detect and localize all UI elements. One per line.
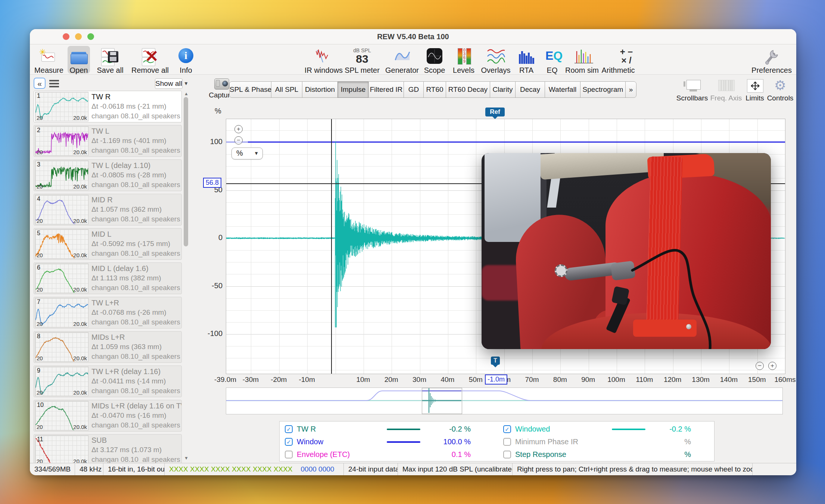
scroll-down-icon[interactable]: ▼ bbox=[184, 455, 189, 461]
tab-filtered-ir[interactable]: Filtered IR bbox=[368, 81, 404, 98]
y-unit-select[interactable]: % ▼ bbox=[231, 147, 263, 159]
tab-waterfall[interactable]: Waterfall bbox=[545, 81, 580, 98]
measurement-actions-menu-icon[interactable] bbox=[49, 79, 60, 88]
overlays-button[interactable]: Overlays bbox=[479, 46, 512, 74]
y-axis-unit: % bbox=[215, 107, 221, 115]
x-tick-label: -30m bbox=[243, 376, 259, 384]
arithmetic-button[interactable]: + −× / Arithmetic bbox=[600, 46, 636, 74]
measurement-item-1[interactable]: 12020.0kTW RΔt -0.0618 ms (-21 mm)changa… bbox=[34, 91, 182, 122]
t-marker[interactable]: T bbox=[491, 357, 500, 365]
tab-clarity[interactable]: Clarity bbox=[490, 81, 516, 98]
scope-button[interactable]: Scope bbox=[420, 46, 449, 74]
measurement-name: TW R bbox=[91, 93, 110, 101]
spl-meter-button[interactable]: dB SPL 83 SPL meter bbox=[343, 46, 381, 74]
zoom-out-x-button[interactable]: − bbox=[756, 362, 764, 370]
scope-icon bbox=[425, 47, 444, 65]
measurement-item-6[interactable]: 62020.0kMID L (delay 1.6)Δt 1.113 ms (38… bbox=[34, 262, 182, 294]
generator-button[interactable]: Generator bbox=[385, 46, 419, 74]
measurement-item-5[interactable]: 52020.0kMID LΔt -0.5092 ms (-175 mm)chan… bbox=[34, 228, 182, 260]
tab-spl-phase[interactable]: SPL & Phase bbox=[229, 81, 271, 98]
x-tick-label: -39.0m bbox=[214, 376, 236, 384]
x-tick-label: -10m bbox=[299, 376, 315, 384]
tab-decay[interactable]: Decay bbox=[515, 81, 545, 98]
ref-marker[interactable]: Ref bbox=[485, 108, 505, 116]
remove-all-button[interactable]: ✕ Remove all bbox=[128, 46, 172, 74]
measurement-thumbnail: 102020.0k bbox=[35, 401, 88, 430]
tab-impulse[interactable]: Impulse bbox=[337, 81, 369, 98]
measurement-item-8[interactable]: 82020.0kMIDs L+RΔt 1.059 ms (363 mm)chan… bbox=[34, 331, 182, 363]
scroll-up-icon[interactable]: ▲ bbox=[184, 91, 189, 96]
thumb-freq-min: 20 bbox=[37, 321, 43, 327]
open-folder-icon bbox=[69, 47, 88, 65]
legend-checkbox-windowed[interactable]: ✓ bbox=[503, 425, 511, 433]
controls-button[interactable]: ⚙Controls bbox=[763, 79, 796, 102]
open-button[interactable]: Open bbox=[68, 46, 90, 74]
tab-all-spl[interactable]: All SPL bbox=[271, 81, 302, 98]
measurement-file: changan 08.10_all speakers ra bbox=[91, 318, 182, 326]
save-all-button[interactable]: Save all bbox=[93, 46, 128, 74]
measurement-file: changan 08.10_all speakers ra bbox=[91, 352, 182, 361]
thumb-freq-max: 20.0k bbox=[73, 115, 87, 121]
measurement-list-scrollbar[interactable]: ▲ ▼ bbox=[183, 90, 190, 462]
show-all-dropdown[interactable]: Show all bbox=[155, 78, 183, 89]
time-cursor-line[interactable] bbox=[331, 119, 332, 374]
legend-checkbox-minimum-phase-ir[interactable] bbox=[503, 438, 511, 446]
arithmetic-icon: + −× / bbox=[608, 47, 628, 65]
measurement-item-4[interactable]: 42020.0kMID RΔt 1.057 ms (362 mm)changan… bbox=[34, 194, 182, 225]
measurement-file: changan 08.10_all speakers ra bbox=[91, 249, 182, 258]
thumb-freq-min: 20 bbox=[37, 149, 43, 155]
tab-distortion[interactable]: Distortion bbox=[302, 81, 338, 98]
measurement-delta-t: Δt -1.169 ms (-401 mm) bbox=[91, 137, 166, 145]
x-tick-label: 40m bbox=[440, 376, 454, 384]
ir-windows-button[interactable]: IR windows bbox=[307, 46, 340, 74]
measure-button[interactable]: ✳ Measure bbox=[33, 46, 65, 74]
show-all-chevron-icon[interactable]: ▼ bbox=[184, 81, 190, 87]
rta-button[interactable]: RTA bbox=[514, 46, 539, 74]
collapse-sidebar-button[interactable]: « bbox=[34, 78, 46, 89]
y-tick-label: -100 bbox=[199, 329, 222, 338]
scrollbar-thumb[interactable] bbox=[184, 97, 188, 246]
eq-button[interactable]: EQ EQ bbox=[541, 46, 564, 74]
tab-overflow-button[interactable]: » bbox=[625, 81, 636, 98]
graph-area: % 100500-50-100 + − − + % ▼ bbox=[194, 103, 796, 463]
level-cursor-value[interactable]: 56.8 bbox=[203, 178, 221, 188]
star-icon: ✳ bbox=[39, 47, 46, 57]
thumb-freq-max: 20.0k bbox=[73, 218, 87, 224]
measurement-delta-t: Δt -0.0618 ms (-21 mm) bbox=[91, 102, 166, 111]
preferences-button[interactable]: Preferences bbox=[750, 46, 793, 74]
zoom-in-y-button[interactable]: + bbox=[234, 125, 243, 133]
zoom-in-x-button[interactable]: + bbox=[768, 362, 776, 370]
legend-checkbox-step-response[interactable] bbox=[503, 451, 511, 458]
thumb-freq-max: 20.0k bbox=[73, 252, 87, 258]
measurement-item-10[interactable]: 102020.0kMIDs L+R (delay 1.16 on TW)Δt -… bbox=[34, 400, 182, 432]
measurement-delta-t: Δt -0.0411 ms (-14 mm) bbox=[91, 377, 166, 385]
time-cursor-value[interactable]: -1.0m bbox=[485, 374, 507, 385]
info-button[interactable]: i Info bbox=[175, 46, 197, 74]
tab-spectrogram[interactable]: Spectrogram bbox=[580, 81, 626, 98]
view-button-label: Freq. Axis bbox=[710, 94, 742, 102]
room-sim-button[interactable]: Room sim bbox=[564, 46, 600, 74]
measurement-item-9[interactable]: 92020.0kTW L+R (delay 1.16)Δt -0.0411 ms… bbox=[34, 365, 182, 397]
status-cell-6: Right press to pan; Ctrl+right press & d… bbox=[512, 463, 752, 475]
thumb-freq-min: 20 bbox=[37, 286, 43, 293]
measurement-number: 5 bbox=[37, 230, 40, 237]
measurement-delta-t: Δt -0.0470 ms (-16 mm) bbox=[91, 411, 166, 420]
tab-rt60-decay[interactable]: RT60 Decay bbox=[446, 81, 490, 98]
x-tick-label: 140m bbox=[720, 376, 738, 384]
navigator-selection[interactable] bbox=[422, 388, 462, 414]
ir-navigator[interactable] bbox=[226, 388, 783, 414]
zoom-out-y-button[interactable]: − bbox=[234, 136, 243, 144]
measurement-item-11[interactable]: 112020.0kSUBΔt 3.127 ms (1.073 m)changan… bbox=[34, 434, 182, 463]
tab-rt60[interactable]: RT60 bbox=[423, 81, 446, 98]
limits-icon bbox=[746, 79, 763, 92]
levels-button[interactable]: 0369 Levels bbox=[450, 46, 477, 74]
status-cell-4: 24-bit input data bbox=[343, 463, 398, 475]
measurement-item-2[interactable]: 22020.0kTW LΔt -1.169 ms (-401 mm)changa… bbox=[34, 125, 182, 157]
measurement-number: 11 bbox=[37, 436, 43, 443]
measurement-number: 10 bbox=[37, 402, 44, 408]
measurement-item-3[interactable]: 32020.0kTW L (delay 1.10)Δt -0.0805 ms (… bbox=[34, 159, 182, 191]
measurement-item-7[interactable]: 72020.0kTW L+RΔt -0.0768 ms (-26 mm)chan… bbox=[34, 297, 182, 329]
tab-gd[interactable]: GD bbox=[404, 81, 424, 98]
legend-label: Minimum Phase IR bbox=[515, 438, 578, 446]
scrollbars-button[interactable]: Scrollbars bbox=[675, 79, 709, 102]
